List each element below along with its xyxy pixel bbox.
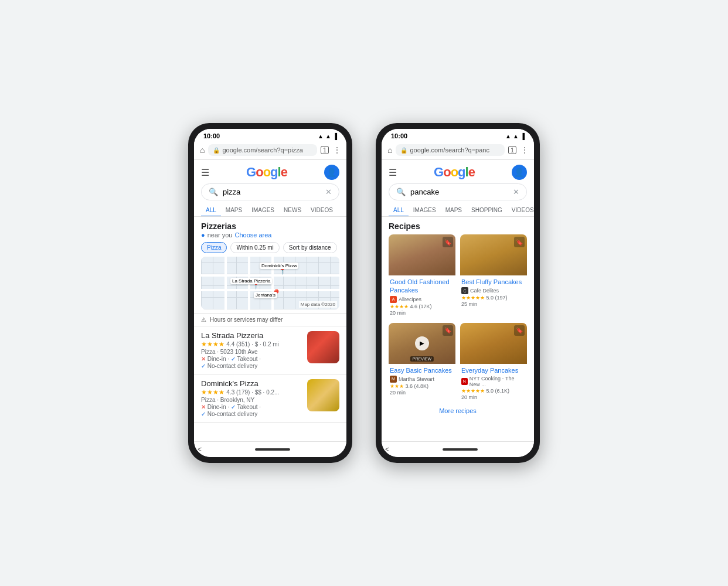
recipe-title-ep[interactable]: Everyday Pancakes [461,366,526,374]
search-bar-2[interactable]: 🔍 pancake ✕ [389,183,527,200]
url-text-1: google.com/search?q=pizza [222,146,312,154]
search-icon-2: 🔍 [396,188,406,196]
bottom-bar-2: < [382,441,534,457]
url-bar-2[interactable]: 🔒 google.com/search?q=panc [396,144,504,156]
cross-icon-dine2: ✕ [201,404,206,410]
source-icon-martha: M [390,376,397,383]
home-nav-icon-2[interactable]: ⌂ [387,145,392,155]
road-h-1 [201,274,339,277]
map-area[interactable]: 📍 📍 📍 Dominick's Pizza La Strada Pizzeri… [201,257,339,309]
recipe-info-ep: Everyday Pancakes N NYT Cooking - The Ne… [460,364,527,403]
chip-pizza[interactable]: Pizza [201,242,227,253]
avatar-2[interactable]: 👤 [512,165,527,180]
recipe-time-ep: 20 min [461,394,526,400]
recipe-source-ep: N NYT Cooking - The New ... [461,376,526,387]
restaurant-name-dominicks: Dominick's Pizza [201,379,302,388]
avatar-1[interactable]: 👤 [324,165,339,180]
rating-lastrada: 4.4 (351) · $ · 0.2 mi [226,341,279,347]
tab-shopping-2[interactable]: SHOPPING [467,204,507,216]
recipes-section: Recipes 🔖 Good Old Fashioned Pancakes [382,217,534,419]
tab-all-1[interactable]: ALL [201,204,221,216]
tab-maps-1[interactable]: MAPS [221,204,247,216]
recipe-info-bfp: Best Fluffy Pancakes C Cafe Delites ★★★★… [460,275,527,309]
chip-sort[interactable]: Sort by distance [283,242,337,253]
hamburger-icon-1[interactable]: ☰ [201,167,209,178]
clear-icon-2[interactable]: ✕ [513,188,519,196]
recipe-card-ebp[interactable]: 🔖 ▶ PREVIEW Easy Basic Pancakes M Martha… [389,323,455,403]
status-icons-1: ▲ ▲ ▐ [318,133,337,139]
preview-label-ebp: PREVIEW [410,356,434,362]
search-query-1[interactable]: pizza [223,188,240,196]
url-bar-1[interactable]: 🔒 google.com/search?q=pizza [208,144,317,156]
recipe-card-ep[interactable]: 🔖 Everyday Pancakes N NYT Cooking - The … [460,323,527,403]
recipe-title-ebp[interactable]: Easy Basic Pancakes [390,366,454,374]
status-bar-1: 10:00 ▲ ▲ ▐ [194,129,346,142]
more-recipes-link[interactable]: More recipes [389,403,527,419]
scroll-content-2: Recipes 🔖 Good Old Fashioned Pancakes [382,217,534,441]
google-header-1: ☰ Google 👤 [194,160,346,180]
url-text-2: google.com/search?q=panc [410,146,499,154]
recipe-img-ebp: 🔖 ▶ PREVIEW [389,323,455,364]
browser-content-1: ☰ Google 👤 🔍 pizza ✕ ALL MAPS IMAGES NEW… [194,160,346,441]
home-nav-icon[interactable]: ⌂ [200,145,205,155]
map-credit: Map data ©2020 [299,301,337,308]
recipe-time-gofp: 20 min [390,310,454,316]
bookmark-icon-2[interactable]: 🔖 [514,237,525,247]
bookmark-icon-1[interactable]: 🔖 [443,237,453,247]
check-icon-take2: ✓ [231,404,236,410]
recipe-title-gofp[interactable]: Good Old Fashioned Pancakes [390,278,454,295]
search-query-2[interactable]: pancake [410,188,439,196]
recipe-card-gofp[interactable]: 🔖 Good Old Fashioned Pancakes A Allrecip… [389,234,455,318]
tab-news-1[interactable]: NEWS [279,204,306,216]
menu-icon-2[interactable]: ⋮ [521,146,528,154]
time-1: 10:00 [203,132,220,139]
tab-videos-2[interactable]: VIDEOS [507,204,534,216]
back-button-2[interactable]: < [385,445,389,454]
clear-icon-1[interactable]: ✕ [325,188,332,196]
recipe-card-bfp[interactable]: 🔖 Best Fluffy Pancakes C Cafe Delites ★★… [460,234,527,318]
wifi-icon-2: ▲ [505,133,511,139]
back-button-1[interactable]: < [198,445,202,454]
signal-icon: ▲ [325,133,331,139]
tab-images-1[interactable]: IMAGES [247,204,279,216]
tab-images-2[interactable]: IMAGES [409,204,441,216]
menu-icon-1[interactable]: ⋮ [334,146,341,154]
tab-maps-2[interactable]: MAPS [441,204,467,216]
choose-area-link[interactable]: Choose area [234,231,271,239]
signal-icon-2: ▲ [513,133,519,139]
tab-videos-1[interactable]: VIDEOS [306,204,338,216]
warning-icon: ⚠ [201,316,206,323]
restaurant-info-dominicks: Dominick's Pizza ★★★★ 4.3 (179) · $$ · 0… [201,379,302,417]
bottom-bar-1: < [194,441,346,457]
recipe-rating-ebp: ★★★ 3.6 (4.8K) [390,383,454,389]
recipe-rating-bfp: ★★★★★ 5.0 (197) [461,295,526,301]
chip-distance[interactable]: Within 0.25 mi [230,242,279,253]
bookmark-icon-4[interactable]: 🔖 [514,325,525,336]
address-bar-2[interactable]: ⌂ 🔒 google.com/search?q=panc 1 ⋮ [382,142,534,160]
search-bar-1[interactable]: 🔍 pizza ✕ [201,183,339,200]
recipe-time-bfp: 25 min [461,301,526,307]
recipe-info-gofp: Good Old Fashioned Pancakes A Allrecipes… [389,275,455,318]
options-lastrada: ✕ Dine-in · ✓ Takeout · [201,356,302,362]
filter-chips: Pizza Within 0.25 mi Sort by distance Op… [201,242,339,253]
restaurant-item-lastrada[interactable]: La Strada Pizzeria ★★★★ 4.4 (351) · $ · … [194,326,346,374]
browser-content-2: ☰ Google 👤 🔍 pancake ✕ ALL IMAGES MAPS S… [382,160,534,441]
address-bar-1[interactable]: ⌂ 🔒 google.com/search?q=pizza 1 ⋮ [194,142,346,160]
recipe-title-bfp[interactable]: Best Fluffy Pancakes [461,278,526,286]
restaurant-item-dominicks[interactable]: Dominick's Pizza ★★★★ 4.3 (179) · $$ · 0… [194,374,346,423]
tab-counter-2[interactable]: 1 [508,146,516,154]
options-dominicks: ✕ Dine-in · ✓ Takeout · [201,404,302,410]
scroll-content-1: Pizzerias ● near you Choose area Pizza W… [194,217,346,441]
tab-counter-1[interactable]: 1 [321,146,329,154]
cross-icon-dine: ✕ [201,356,206,362]
bookmark-icon-3[interactable]: 🔖 [443,325,453,336]
lock-icon-2: 🔒 [400,147,407,154]
play-button-ebp[interactable]: ▶ [415,336,429,350]
status-bar-2: 10:00 ▲ ▲ ▐ [382,129,534,142]
google-header-2: ☰ Google 👤 [382,160,534,180]
source-name-martha: Martha Stewart [399,376,434,382]
stars-lastrada: ★★★★ [201,340,224,347]
restaurant-name-lastrada: La Strada Pizzeria [201,331,302,340]
tab-all-2[interactable]: ALL [389,204,409,216]
hamburger-icon-2[interactable]: ☰ [389,167,397,178]
